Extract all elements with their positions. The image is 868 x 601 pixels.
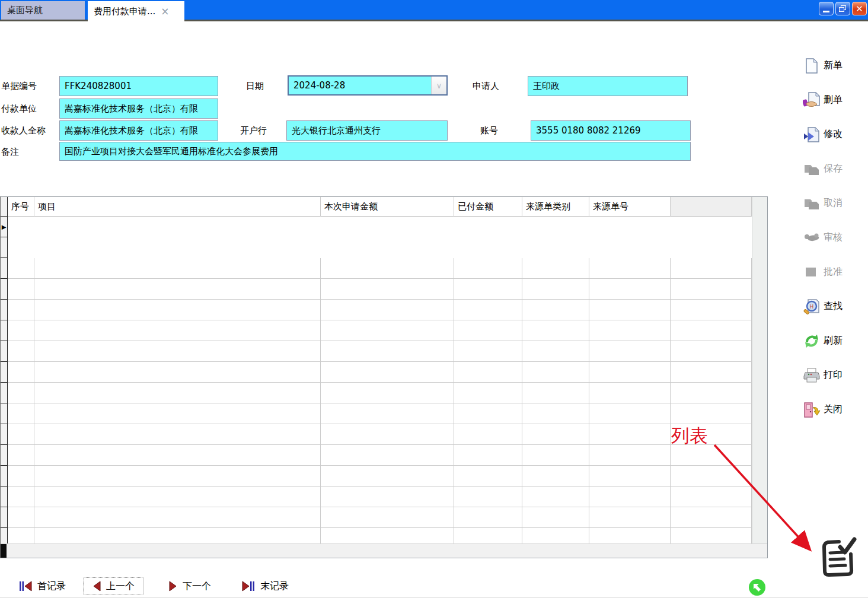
toolbar-close-button[interactable]: 关闭 bbox=[803, 400, 866, 419]
table-cell[interactable] bbox=[34, 383, 321, 403]
table-cell[interactable] bbox=[321, 445, 454, 466]
table-cell[interactable] bbox=[454, 279, 522, 300]
table-cell[interactable] bbox=[8, 486, 34, 507]
bank-field[interactable]: 光大银行北京通州支行 bbox=[286, 120, 448, 141]
table-cell[interactable] bbox=[522, 528, 589, 543]
table-cell[interactable] bbox=[589, 362, 671, 383]
nav-last-record[interactable]: 末记录 bbox=[242, 577, 289, 595]
table-cell[interactable] bbox=[671, 258, 752, 279]
table-cell[interactable] bbox=[522, 383, 589, 403]
table-cell[interactable] bbox=[8, 279, 34, 300]
table-row[interactable]: ▶ bbox=[1, 217, 752, 237]
table-cell[interactable] bbox=[454, 445, 522, 466]
table-cell[interactable] bbox=[8, 341, 34, 362]
column-header[interactable]: 来源单类别 bbox=[522, 197, 589, 217]
table-cell[interactable] bbox=[454, 486, 522, 507]
table-cell[interactable] bbox=[321, 528, 454, 543]
table-cell[interactable] bbox=[589, 466, 671, 486]
column-header[interactable]: 项目 bbox=[34, 197, 321, 217]
go-button-icon[interactable] bbox=[748, 578, 767, 597]
nav-prev-record[interactable]: 上一个 bbox=[83, 577, 144, 595]
table-cell[interactable] bbox=[671, 320, 752, 341]
table-cell[interactable] bbox=[671, 341, 752, 362]
nav-first-record[interactable]: 首记录 bbox=[19, 577, 66, 595]
close-button[interactable]: ✕ bbox=[852, 2, 867, 15]
table-cell[interactable] bbox=[589, 279, 671, 300]
table-cell[interactable] bbox=[454, 507, 522, 528]
table-cell[interactable] bbox=[454, 403, 522, 424]
horizontal-scrollbar[interactable] bbox=[1, 543, 767, 558]
table-cell[interactable] bbox=[522, 507, 589, 528]
column-header[interactable]: 已付金额 bbox=[454, 197, 522, 217]
table-cell[interactable] bbox=[321, 424, 454, 445]
table-cell[interactable] bbox=[671, 362, 752, 383]
table-cell[interactable] bbox=[8, 362, 34, 383]
table-cell[interactable] bbox=[589, 383, 671, 403]
table-cell[interactable] bbox=[34, 341, 321, 362]
table-cell[interactable] bbox=[34, 403, 321, 424]
table-cell[interactable] bbox=[454, 258, 522, 279]
table-cell[interactable] bbox=[522, 258, 589, 279]
table-empty-row[interactable] bbox=[1, 507, 752, 528]
restore-button[interactable] bbox=[835, 2, 850, 15]
table-cell[interactable] bbox=[8, 258, 34, 279]
table-cell[interactable] bbox=[34, 258, 321, 279]
table-cell[interactable] bbox=[321, 341, 454, 362]
minimize-button[interactable] bbox=[819, 2, 834, 15]
column-header[interactable]: 序号 bbox=[8, 197, 34, 217]
list-view-icon[interactable] bbox=[819, 536, 857, 580]
table-cell[interactable] bbox=[589, 320, 671, 341]
table-cell[interactable] bbox=[522, 403, 589, 424]
column-header[interactable] bbox=[671, 197, 752, 217]
table-empty-row[interactable] bbox=[1, 528, 752, 543]
table-cell[interactable] bbox=[589, 403, 671, 424]
toolbar-print-button[interactable]: 打印 bbox=[803, 366, 866, 384]
table-cell[interactable] bbox=[8, 528, 34, 543]
table-cell[interactable] bbox=[321, 383, 454, 403]
table-cell[interactable] bbox=[671, 279, 752, 300]
table-cell[interactable] bbox=[522, 341, 589, 362]
table-cell[interactable] bbox=[34, 424, 321, 445]
table-cell[interactable] bbox=[8, 424, 34, 445]
table-cell[interactable] bbox=[34, 362, 321, 383]
toolbar-find-button[interactable]: H查找 bbox=[803, 297, 866, 316]
table-cell[interactable] bbox=[8, 507, 34, 528]
table-cell[interactable] bbox=[321, 362, 454, 383]
table-empty-row[interactable] bbox=[1, 486, 752, 507]
table-empty-row[interactable] bbox=[1, 466, 752, 486]
table-cell[interactable] bbox=[522, 424, 589, 445]
table-cell[interactable] bbox=[454, 362, 522, 383]
toolbar-new-button[interactable]: 新单 bbox=[803, 56, 866, 75]
table-cell[interactable] bbox=[321, 320, 454, 341]
payer-field[interactable]: 嵩嘉标准化技术服务（北京）有限 bbox=[59, 98, 218, 119]
table-cell[interactable] bbox=[589, 486, 671, 507]
table-cell[interactable] bbox=[454, 320, 522, 341]
date-dropdown-button[interactable]: ∨ bbox=[431, 77, 446, 94]
table-cell[interactable] bbox=[671, 403, 752, 424]
table-cell[interactable] bbox=[589, 424, 671, 445]
table-cell[interactable] bbox=[589, 528, 671, 543]
table-cell[interactable] bbox=[589, 507, 671, 528]
table-empty-row[interactable] bbox=[1, 424, 752, 445]
table-cell[interactable] bbox=[34, 486, 321, 507]
table-cell[interactable] bbox=[589, 258, 671, 279]
table-cell[interactable] bbox=[671, 466, 752, 486]
table-cell[interactable] bbox=[589, 341, 671, 362]
table-cell[interactable] bbox=[671, 507, 752, 528]
table-cell[interactable] bbox=[8, 300, 34, 320]
table-empty-row[interactable] bbox=[1, 279, 752, 300]
nav-next-record[interactable]: 下一个 bbox=[169, 577, 211, 595]
table-cell[interactable] bbox=[589, 300, 671, 320]
table-cell[interactable] bbox=[671, 300, 752, 320]
table-cell[interactable] bbox=[671, 528, 752, 543]
table-empty-row[interactable] bbox=[1, 362, 752, 383]
table-cell[interactable] bbox=[34, 445, 321, 466]
table-cell[interactable] bbox=[454, 383, 522, 403]
table-cell[interactable] bbox=[522, 486, 589, 507]
remark-field[interactable]: 国防产业项目对接大会暨军民通用标准化大会参展费用 bbox=[59, 142, 691, 161]
table-cell[interactable] bbox=[34, 466, 321, 486]
toolbar-modify-button[interactable]: 修改 bbox=[803, 125, 866, 144]
table-cell[interactable] bbox=[454, 300, 522, 320]
applicant-field[interactable]: 王印政 bbox=[528, 76, 688, 96]
table-cell[interactable] bbox=[8, 383, 34, 403]
